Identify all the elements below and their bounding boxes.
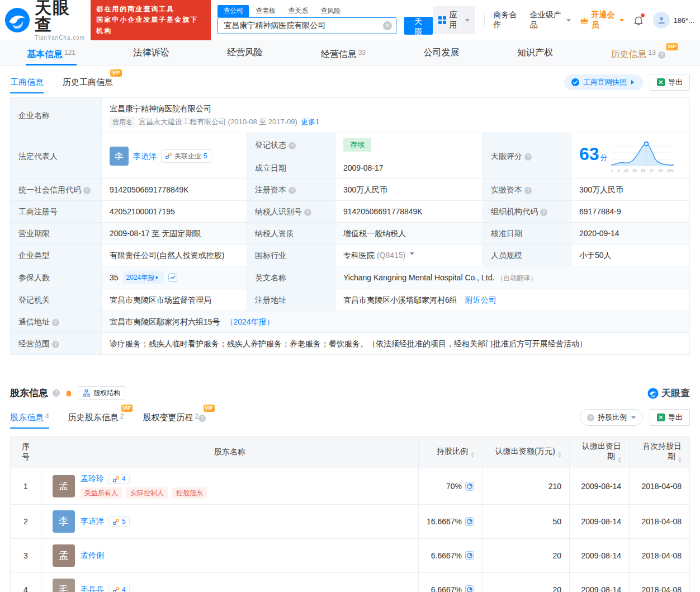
search-tab-boss[interactable]: 查老板 [250, 5, 281, 17]
export-button[interactable]: 导出 [650, 74, 690, 91]
score-axis-label: 97 [650, 168, 654, 172]
related-companies-badge[interactable]: 4 [108, 585, 130, 592]
column-header-2[interactable]: 持股比例 [419, 436, 483, 468]
field-label: 国标行业 [247, 245, 335, 266]
avatar[interactable]: 孟 [53, 475, 75, 497]
shareholder-name-link[interactable]: 孟伶俐 [81, 551, 104, 561]
column-header-5[interactable]: 首次持股日期 [630, 436, 690, 468]
table-header-row: 序号股东名称持股比例认缴出资额(万元)认缴出资日期首次持股日期 [11, 436, 690, 468]
tianyancha-logo[interactable]: 天眼查 TianYanCha.com [4, 0, 85, 41]
tab-count: 2 [120, 412, 124, 420]
tab-registration-info[interactable]: 工商信息 [10, 74, 44, 91]
related-companies-badge[interactable]: 关联企业 5 [161, 149, 211, 163]
more-former-names-link[interactable]: 更多1 [301, 116, 319, 128]
registration-number: 420521000017195 [102, 201, 247, 223]
open-vip-link[interactable]: 开通会员 [580, 10, 624, 30]
enterprise-products-link[interactable]: 企业级产品 [530, 10, 571, 30]
notification-bell-icon[interactable] [633, 15, 644, 26]
chevron-down-icon[interactable] [410, 252, 414, 257]
help-icon[interactable] [288, 187, 296, 194]
monitor-bell-icon[interactable] [64, 389, 73, 398]
help-icon[interactable] [83, 187, 91, 194]
annual-report-link[interactable]: 2024年报 [123, 271, 164, 284]
vip-badge: VIP [666, 43, 678, 50]
sort-icon[interactable] [471, 452, 474, 458]
avatar[interactable]: 毛 [53, 579, 75, 592]
trend-chart-icon[interactable] [168, 273, 177, 282]
export-button[interactable]: 导出 [650, 409, 690, 426]
search-tab-relation[interactable]: 查关系 [282, 5, 314, 17]
tab-intellectual-property[interactable]: 知识产权 [516, 40, 554, 65]
help-icon[interactable] [52, 341, 59, 348]
column-header-3[interactable]: 认缴出资额(万元) [483, 436, 570, 468]
business-cooperation-link[interactable]: 商务合作 [494, 10, 521, 30]
help-icon[interactable] [52, 319, 59, 326]
search-tab-company[interactable]: 查公司 [217, 5, 249, 17]
help-icon[interactable] [198, 415, 206, 422]
tianyan-score[interactable]: 63分 1315506 [579, 139, 685, 172]
tab-label: 基本信息 [27, 49, 63, 59]
help-icon[interactable] [658, 51, 665, 59]
official-snapshot-button[interactable]: 工商官网快照 [564, 74, 643, 90]
nearby-companies-link[interactable]: 附近公司 [465, 295, 496, 304]
tab-historical-info[interactable]: 历史信息13VIP [610, 40, 674, 65]
shareholder-name-link[interactable]: 孟玲玲 [81, 474, 104, 484]
equity-pie-icon[interactable] [465, 517, 474, 526]
shareholder-name-link[interactable]: 李道洋 [81, 516, 104, 527]
help-icon[interactable] [524, 153, 532, 161]
help-icon[interactable] [524, 187, 532, 194]
avatar[interactable]: 孟 [53, 544, 75, 567]
field-label: 核准日期 [483, 223, 571, 245]
legal-rep-name-link[interactable]: 李道洋 [133, 151, 157, 162]
legal-rep-avatar[interactable]: 李 [110, 147, 129, 166]
related-companies-badge[interactable]: 5 [108, 516, 130, 527]
tab-legal-proceedings[interactable]: 法律诉讼 [133, 40, 171, 65]
help-icon[interactable] [288, 142, 296, 149]
equity-pie-icon[interactable] [465, 482, 474, 491]
clear-icon[interactable] [383, 21, 392, 30]
annual-report-link[interactable]: （2024年报） [225, 317, 274, 326]
status-badge: 存续 [343, 138, 371, 152]
industry: 专科医院 (Q8415) [335, 245, 483, 266]
tianyancha-watermark: 天眼查 [647, 387, 690, 400]
table-row: 参保人数 35 2024年报 [11, 266, 690, 289]
search-input[interactable] [217, 17, 396, 34]
company-name: 宜昌康宁精神病医院有限公司 [110, 103, 682, 114]
chevron-down-icon [631, 416, 636, 421]
tab-history-registration-info[interactable]: 历史工商信息VIP [63, 74, 113, 91]
registered-capital: 300万人民币 [335, 179, 483, 201]
tab-operating-info[interactable]: 经营信息33 [320, 40, 367, 65]
search-button[interactable]: 天眼一下 [404, 17, 432, 35]
equity-pie-icon[interactable] [465, 585, 474, 592]
shareholder-name-link[interactable]: 毛兵兵 [81, 585, 104, 592]
tab-company-development[interactable]: 公司发展 [423, 40, 461, 65]
search-tab-risk[interactable]: 查风险 [315, 5, 346, 17]
score-axis-label: 50 [632, 168, 637, 172]
sort-icon[interactable] [678, 457, 682, 463]
section-title: 股东信息 [10, 387, 48, 400]
user-account[interactable]: 186*... [653, 12, 694, 29]
sort-icon[interactable] [558, 452, 561, 458]
tab-shareholders[interactable]: 股东信息4 [10, 409, 49, 426]
score-value: 63 [579, 144, 599, 164]
tab-basic-info[interactable]: 基本信息121 [26, 40, 77, 65]
help-icon[interactable] [53, 389, 60, 397]
taxpayer-id: 91420506691778849K [335, 201, 483, 223]
field-label: 法定代表人 [11, 133, 102, 179]
help-icon[interactable] [304, 209, 311, 216]
sort-icon[interactable] [618, 457, 621, 463]
field-label: 注册资本 [247, 179, 335, 201]
help-icon[interactable] [540, 209, 547, 216]
tab-history-shareholders[interactable]: 历史股东信息2VIP [68, 409, 124, 426]
equity-structure-button[interactable]: 股权结构 [78, 386, 125, 400]
column-header-4[interactable]: 认缴出资日期 [570, 436, 630, 468]
former-name-value: 宜昌永大建设工程有限公司 (2010-08 至 2017-09) [139, 116, 297, 128]
equity-pie-icon[interactable] [465, 551, 474, 560]
tab-equity-change-history[interactable]: 股权变更历程2VIP [143, 409, 206, 426]
apps-menu[interactable]: 应用 [433, 6, 475, 34]
field-label: 营业期限 [11, 223, 102, 245]
avatar[interactable]: 李 [53, 510, 75, 533]
tab-operating-risk[interactable]: 经营风险 [226, 40, 264, 65]
related-companies-badge[interactable]: 4 [108, 474, 130, 484]
holding-ratio-filter[interactable]: 持股比例 [580, 409, 643, 426]
